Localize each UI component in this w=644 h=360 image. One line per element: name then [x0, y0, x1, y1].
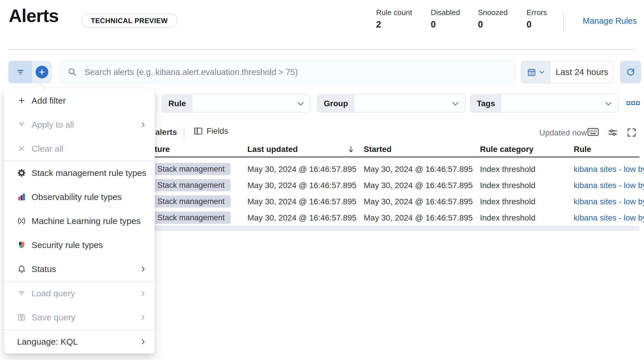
group-filter-select[interactable]: Group — [317, 94, 465, 113]
technical-preview-badge: TECHNICAL PREVIEW — [81, 14, 178, 28]
refresh-icon — [626, 67, 636, 77]
close-icon — [17, 144, 26, 153]
cell-started: May 30, 2024 @ 16:46:57.895 — [364, 197, 473, 206]
chevron-right-icon — [139, 265, 147, 273]
header-divider — [8, 49, 636, 50]
security-logo-icon — [17, 240, 26, 249]
column-header-started[interactable]: Started — [364, 145, 391, 154]
refresh-button[interactable] — [620, 61, 641, 83]
rule-link[interactable]: kibana sites - low by — [574, 165, 644, 174]
menu-item-label: Add filter — [32, 96, 147, 106]
feature-badge: Stack management — [152, 179, 231, 191]
menu-item-language-kql[interactable]: Language: KQL — [4, 330, 155, 354]
rule-filter-label: Rule — [162, 95, 192, 112]
time-range-button[interactable]: Last 24 hours — [551, 61, 613, 83]
menu-item-label: Security rule types — [32, 240, 147, 250]
menu-item-label: Language: KQL — [17, 337, 139, 347]
cell-last-updated: May 30, 2024 @ 16:46:57.895 — [247, 165, 356, 174]
menu-item-load-query[interactable]: Load query — [4, 281, 155, 305]
filter-funnel-icon — [17, 120, 26, 129]
menu-item-status[interactable]: Status — [4, 257, 155, 281]
menu-item-label: Save query — [32, 313, 139, 322]
time-range-label: Last 24 hours — [556, 67, 608, 77]
controls-sliders-icon — [608, 127, 618, 138]
tags-filter-label: Tags — [470, 95, 501, 112]
cell-rule-category: Index threshold — [480, 181, 535, 190]
feature-badge: Stack management — [152, 212, 231, 224]
stat-disabled: Disabled 0 — [431, 8, 477, 30]
rule-link[interactable]: kibana sites - low by — [574, 213, 644, 223]
search-input[interactable] — [60, 61, 515, 83]
calendar-icon — [527, 68, 536, 77]
tags-filter-select[interactable]: Tags — [470, 94, 618, 113]
menu-item-label: Stack management rule types — [32, 168, 147, 178]
gear-icon — [17, 168, 26, 177]
menu-item-stack-management-rule-types[interactable]: Stack management rule types — [4, 161, 155, 185]
menu-item-clear-all[interactable]: Clear all — [4, 137, 155, 161]
stat-value: 0 — [431, 19, 477, 30]
stat-label: Errors — [527, 8, 573, 17]
column-header-last-updated[interactable]: Last updated — [247, 145, 298, 154]
fields-button[interactable]: Fields — [193, 126, 228, 136]
keyboard-shortcuts-button[interactable] — [587, 127, 599, 137]
filter-menu-button[interactable] — [8, 61, 32, 83]
arrow-down-icon[interactable] — [346, 145, 356, 154]
stat-label: Rule count — [376, 8, 422, 17]
menu-item-observability-rule-types[interactable]: Observability rule types — [4, 185, 155, 209]
stats-divider — [563, 13, 564, 32]
chevron-right-icon — [139, 121, 147, 129]
chevron-right-icon — [139, 338, 147, 346]
stat-value: 0 — [527, 19, 573, 30]
stat-value: 2 — [376, 19, 422, 30]
menu-item-security-rule-types[interactable]: Security rule types — [4, 233, 155, 257]
updated-status-label: Updated now — [539, 128, 587, 137]
feature-badge: Stack management — [152, 195, 231, 207]
page-title: Alerts — [9, 5, 59, 26]
save-icon — [17, 313, 26, 322]
stat-value: 0 — [478, 19, 524, 30]
rule-filter-select[interactable]: Rule — [162, 94, 310, 113]
menu-item-label: Observability rule types — [32, 192, 147, 202]
cell-started: May 30, 2024 @ 16:46:57.895 — [364, 181, 473, 190]
menu-item-save-query[interactable]: Save query — [4, 305, 155, 329]
filter-funnel-icon — [16, 67, 25, 77]
menu-item-label: Machine Learning rule types — [32, 216, 147, 226]
rule-link[interactable]: kibana sites - low by — [574, 197, 644, 206]
manage-rules-link[interactable]: Manage Rules — [583, 16, 637, 26]
cell-rule-category: Index threshold — [480, 165, 535, 174]
more-filters-button[interactable] — [626, 98, 640, 108]
chevron-right-icon — [139, 313, 147, 322]
stat-label: Snoozed — [478, 8, 524, 17]
menu-item-label: Apply to all — [32, 120, 139, 130]
column-header-rule[interactable]: Rule — [574, 145, 591, 154]
rule-link[interactable]: kibana sites - low by — [574, 181, 644, 190]
filter-popover-menu: Add filter Apply to all Clear all — [4, 89, 155, 354]
cell-rule-category: Index threshold — [480, 213, 535, 223]
time-range-picker: Last 24 hours — [521, 61, 613, 83]
column-header-rule-category[interactable]: Rule category — [480, 145, 533, 154]
add-filter-button[interactable] — [32, 61, 52, 83]
fullscreen-icon — [626, 127, 637, 138]
toolbar-divider — [184, 127, 184, 138]
cell-started: May 30, 2024 @ 16:46:57.895 — [364, 165, 473, 174]
plus-icon — [36, 66, 48, 78]
keyboard-icon — [587, 127, 599, 137]
menu-item-add-filter[interactable]: Add filter — [4, 89, 155, 113]
menu-item-apply-to-all[interactable]: Apply to all — [4, 113, 155, 137]
group-filter-label: Group — [317, 95, 354, 112]
display-options-button[interactable] — [608, 127, 618, 138]
alerts-page: Alerts TECHNICAL PREVIEW Rule count 2 Di… — [0, 0, 644, 360]
date-quick-select-button[interactable] — [521, 61, 551, 83]
menu-item-label: Clear all — [32, 144, 147, 154]
boxes-horizontal-icon — [626, 98, 640, 108]
cell-last-updated: May 30, 2024 @ 16:46:57.895 — [247, 213, 356, 223]
fullscreen-button[interactable] — [626, 127, 637, 138]
chevron-right-icon — [139, 289, 147, 297]
machine-learning-icon — [17, 216, 26, 225]
chevron-down-icon — [451, 99, 460, 108]
menu-item-machine-learning-rule-types[interactable]: Machine Learning rule types — [4, 209, 155, 233]
stat-label: Disabled — [431, 8, 477, 17]
cell-rule-category: Index threshold — [480, 197, 535, 206]
cell-last-updated: May 30, 2024 @ 16:46:57.895 — [247, 181, 356, 190]
stat-rule-count: Rule count 2 — [376, 8, 422, 30]
